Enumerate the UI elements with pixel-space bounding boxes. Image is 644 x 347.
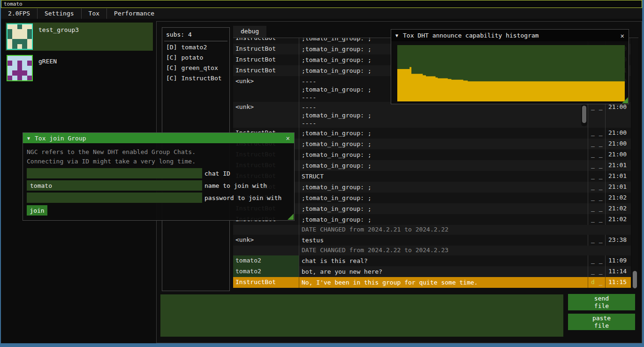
join-info-line: Connecting via ID might take a very long… [27, 157, 290, 166]
message-status: __ [588, 214, 605, 225]
message-text: ;tomato_in_group: ; [299, 160, 588, 171]
message-text: bot, are you new here? [299, 266, 588, 277]
resize-grip[interactable] [288, 214, 294, 220]
close-icon[interactable]: ✕ [286, 134, 290, 142]
message-status: __ [588, 193, 605, 203]
collapse-icon[interactable]: ▼ [395, 33, 398, 38]
message-status: __ [588, 139, 605, 149]
message-scrollbar[interactable] [581, 104, 587, 126]
status-flag: _ [599, 205, 603, 214]
sender-name: <unk> [233, 102, 299, 128]
tab-debug[interactable]: debug [233, 26, 266, 38]
avatar-pixel [22, 76, 27, 80]
avatar-pixel [22, 34, 27, 39]
message-text: STRUCT [299, 171, 588, 182]
status-flag: d [591, 278, 595, 288]
status-flag: _ [591, 205, 595, 214]
send-file-button[interactable]: send file [568, 294, 635, 310]
message-time: 21:02 [605, 193, 631, 203]
group-item-green[interactable]: gREEN [6, 54, 153, 82]
collapse-icon[interactable]: ▼ [27, 136, 30, 141]
member-name: potato [181, 54, 203, 61]
status-flag: _ [591, 162, 595, 171]
avatar-pixel [27, 24, 32, 29]
window-frame [0, 0, 1, 347]
status-flag: _ [599, 172, 603, 182]
status-flag: _ [591, 103, 595, 128]
status-flag: _ [599, 268, 603, 277]
status-flag: _ [591, 236, 595, 246]
sender-name: <unk> [233, 235, 299, 246]
avatar-pixel [8, 29, 12, 34]
member-role: [C] [166, 54, 177, 61]
message-time: 21:01 [605, 160, 631, 171]
date-changed-text: DATE CHANGED from 2024.2.22 to 2024.2.23 [299, 246, 631, 255]
status-flag: _ [599, 257, 603, 266]
chat-row[interactable]: tomato2chat is this real?__11:09 [233, 255, 631, 266]
group-avatar [7, 55, 33, 81]
menu-item-settings[interactable]: Settings [38, 8, 81, 19]
histogram-area [397, 67, 625, 101]
status-flag: _ [591, 268, 595, 277]
status-flag: _ [591, 257, 595, 266]
message-text: ;tomato_in_group: ; [299, 128, 588, 139]
join-name-field[interactable] [27, 180, 202, 191]
avatar-pixel [12, 76, 17, 80]
menu-item-performance[interactable]: Performance [107, 8, 161, 19]
resize-grip[interactable] [622, 97, 628, 103]
sender-name: <unk> [233, 76, 299, 102]
chat-row[interactable]: <unk>----;tomato_in_group: ;----__21:00 [233, 102, 631, 128]
paste-file-button[interactable]: paste file [568, 314, 635, 330]
status-flag: _ [599, 162, 603, 171]
chat-id-field[interactable] [27, 168, 202, 178]
message-status: __ [588, 235, 605, 246]
member-item: [C]InstructBot [166, 75, 229, 82]
group-item-test-group3[interactable]: test_group3 [6, 23, 153, 51]
member-role: [C] [166, 64, 177, 71]
close-icon[interactable]: ✕ [621, 32, 624, 39]
dht-histogram-title-bar[interactable]: ▼ Tox DHT announce capability histogram … [391, 30, 629, 41]
avatar-pixel [8, 76, 12, 80]
message-text: ;tomato_in_group: ; [299, 214, 588, 225]
avatar-pixel [17, 29, 22, 34]
avatar-pixel [22, 61, 27, 65]
menu-item-tox[interactable]: Tox [82, 8, 106, 19]
subs-count: subs: 4 [166, 31, 229, 38]
status-flag: _ [599, 183, 603, 193]
join-group-title-bar[interactable]: ▼ Tox join Group ✕ [23, 133, 294, 143]
message-input[interactable] [160, 294, 563, 337]
chat-row[interactable]: InstructBotNo, I've been in this group f… [233, 277, 631, 288]
member-item: [C]green_qtox [166, 64, 229, 71]
join-password-field[interactable] [27, 193, 202, 203]
status-flag: _ [599, 194, 603, 203]
avatar-pixel [17, 61, 22, 65]
chat-scrollbar[interactable] [632, 39, 638, 288]
avatar-pixel [17, 24, 22, 29]
join-group-window: ▼ Tox join Group ✕ NGC refers to the New… [23, 132, 295, 221]
join-password-label: password to join with [205, 194, 281, 201]
window-frame [0, 343, 644, 347]
message-status: __ [588, 203, 605, 214]
separator [164, 41, 227, 41]
chat-row[interactable]: tomato2bot, are you new here?__11:14 [233, 266, 631, 277]
message-text: testus [299, 235, 588, 246]
scrollbar-thumb[interactable] [633, 271, 637, 288]
message-status: __ [588, 149, 605, 160]
avatar-pixel [8, 44, 12, 49]
avatar-pixel [17, 34, 22, 39]
message-time: 21:00 [605, 149, 631, 160]
message-time: 21:02 [605, 214, 631, 225]
message-status: __ [588, 102, 605, 128]
menu-bar: 2.0FPSSettingsToxPerformance [1, 8, 642, 19]
app-window: tomato 2.0FPSSettingsToxPerformance test… [0, 0, 644, 347]
avatar-pixel [27, 44, 32, 49]
sender-name: tomato2 [233, 255, 299, 266]
chat-row[interactable]: <unk>testus__23:38 [233, 235, 631, 246]
message-status: d_ [588, 277, 605, 288]
scrollbar-thumb[interactable] [582, 106, 586, 123]
member-item: [D]tomato2 [166, 44, 229, 51]
avatar-pixel [17, 39, 22, 44]
avatar-pixel [27, 76, 32, 80]
join-button[interactable]: join [27, 205, 47, 216]
sender-name: InstructBot [233, 277, 299, 288]
